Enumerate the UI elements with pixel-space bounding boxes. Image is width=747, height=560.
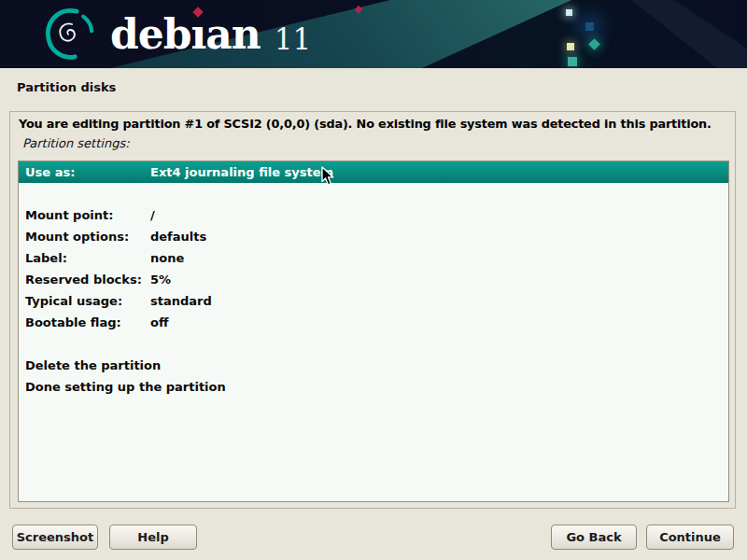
- list-item-label: Mount options:: [19, 230, 129, 244]
- debian-swirl-icon: [43, 7, 99, 63]
- list-item-label: Typical usage:: [19, 294, 122, 308]
- help-button[interactable]: Help: [109, 525, 197, 550]
- debian-banner: debıan 11: [0, 0, 747, 68]
- list-item-use-as[interactable]: Use as: Ext4 journaling file system: [19, 161, 728, 183]
- list-item-label: Label:: [19, 251, 67, 265]
- list-item-delete-partition[interactable]: Delete the partition: [19, 355, 728, 376]
- list-item-value: /: [150, 208, 155, 222]
- go-back-button[interactable]: Go Back: [551, 525, 637, 550]
- banner-diamond-teal: [588, 38, 600, 50]
- main-frame: You are editing partition #1 of SCSI2 (0…: [9, 111, 736, 509]
- partition-settings-label: Partition settings:: [22, 136, 130, 150]
- debian-logo: debıan 11: [43, 0, 311, 68]
- list-item-label: Mount point:: [19, 208, 113, 222]
- page-title: Partition disks: [17, 80, 116, 94]
- list-item-value: none: [150, 251, 184, 265]
- list-item-value: off: [150, 315, 168, 329]
- list-item-typical-usage[interactable]: Typical usage: standard: [19, 290, 728, 312]
- list-spacer-row: [19, 183, 728, 204]
- info-text: You are editing partition #1 of SCSI2 (0…: [19, 117, 712, 131]
- list-item-label: Reserved blocks:: [19, 273, 142, 287]
- list-item-bootable-flag[interactable]: Bootable flag: off: [19, 312, 728, 333]
- continue-button[interactable]: Continue: [646, 525, 734, 550]
- list-item-value: Ext4 journaling file system: [150, 165, 333, 179]
- banner-square-teal: [568, 57, 577, 66]
- list-item-reserved-blocks[interactable]: Reserved blocks: 5%: [19, 269, 728, 290]
- mouse-cursor: [321, 166, 336, 187]
- list-spacer-row: [19, 333, 728, 355]
- list-item-label: Use as:: [19, 165, 75, 179]
- list-item-mount-point[interactable]: Mount point: /: [19, 204, 728, 226]
- list-item-value: standard: [150, 294, 212, 308]
- list-item-label: Delete the partition: [19, 358, 161, 372]
- partition-settings-list: Use as: Ext4 journaling file system Moun…: [18, 161, 729, 502]
- banner-square-yellow: [567, 43, 574, 50]
- list-item-label-setting[interactable]: Label: none: [19, 247, 728, 269]
- list-item-value: defaults: [150, 230, 206, 244]
- list-item-label: Done setting up the partition: [19, 380, 226, 394]
- banner-square-white: [566, 9, 572, 16]
- list-item-label: Bootable flag:: [19, 315, 121, 329]
- debian-version: 11: [275, 13, 311, 56]
- list-item-value: 5%: [150, 273, 171, 287]
- banner-square-blue: [585, 22, 594, 31]
- list-item-mount-options[interactable]: Mount options: defaults: [19, 226, 728, 247]
- debian-wordmark: debıan: [110, 0, 261, 68]
- list-item-done-setting-up[interactable]: Done setting up the partition: [19, 376, 728, 398]
- screenshot-button[interactable]: Screenshot: [12, 525, 98, 550]
